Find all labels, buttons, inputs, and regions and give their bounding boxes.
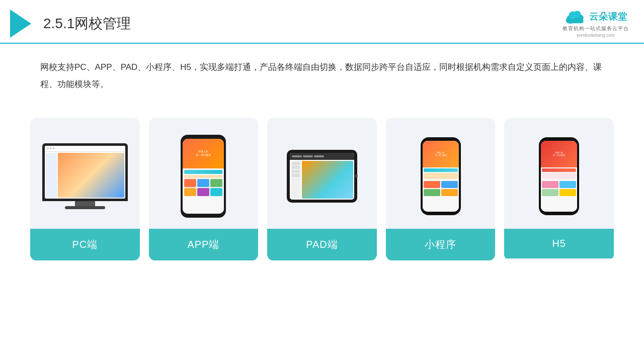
logo-cloud: 云朵课堂 — [564, 9, 627, 24]
device-app-phone: 职通人的第一堂兴趣课 — [181, 135, 226, 218]
device-pc — [42, 143, 128, 209]
title-main: 网校管理 — [74, 16, 131, 31]
card-h5-label: H5 — [504, 229, 614, 258]
card-h5-image: 职通人的第一堂兴趣课 — [504, 118, 614, 229]
svg-rect-5 — [568, 19, 584, 23]
description-text: 网校支持PC、APP、PAD、小程序、H5，实现多端打通，产品各终端自由切换，数… — [0, 44, 644, 98]
card-miniapp-label: 小程序 — [386, 229, 496, 260]
play-icon — [10, 10, 31, 38]
title-prefix: 2.5.1 — [43, 16, 74, 31]
card-pc-image — [30, 118, 140, 229]
device-pad — [287, 150, 357, 203]
header: 2.5.1网校管理 云朵课堂 教育机构一站式服务云平台 yunduoketang… — [0, 0, 644, 44]
svg-point-4 — [574, 11, 581, 18]
header-left: 2.5.1网校管理 — [10, 10, 131, 38]
card-pc-label: PC端 — [30, 229, 140, 260]
cloud-logo-icon — [564, 9, 586, 24]
logo-sub: 教育机构一站式服务云平台 — [562, 25, 629, 32]
card-h5: 职通人的第一堂兴趣课 — [504, 118, 614, 260]
logo-domain: yunduoketang.com — [577, 33, 615, 38]
card-app-image: 职通人的第一堂兴趣课 — [149, 118, 259, 229]
card-app: 职通人的第一堂兴趣课 — [149, 118, 259, 260]
card-miniapp-image: 职通人的第一堂兴趣课 — [386, 118, 496, 229]
card-pad: PAD端 — [267, 118, 377, 260]
page-title: 2.5.1网校管理 — [43, 14, 131, 33]
cards-container: PC端 职通人的第一堂兴趣课 — [0, 103, 644, 276]
logo-text: 云朵课堂 — [589, 11, 627, 23]
card-pad-label: PAD端 — [267, 229, 377, 260]
logo-area: 云朵课堂 教育机构一站式服务云平台 yunduoketang.com — [562, 9, 629, 38]
card-pad-image — [267, 118, 377, 229]
device-h5-phone: 职通人的第一堂兴趣课 — [539, 137, 579, 215]
card-pc: PC端 — [30, 118, 140, 260]
card-app-label: APP端 — [149, 229, 259, 260]
device-miniapp-phone: 职通人的第一堂兴趣课 — [421, 137, 461, 215]
card-miniapp: 职通人的第一堂兴趣课 — [386, 118, 496, 260]
